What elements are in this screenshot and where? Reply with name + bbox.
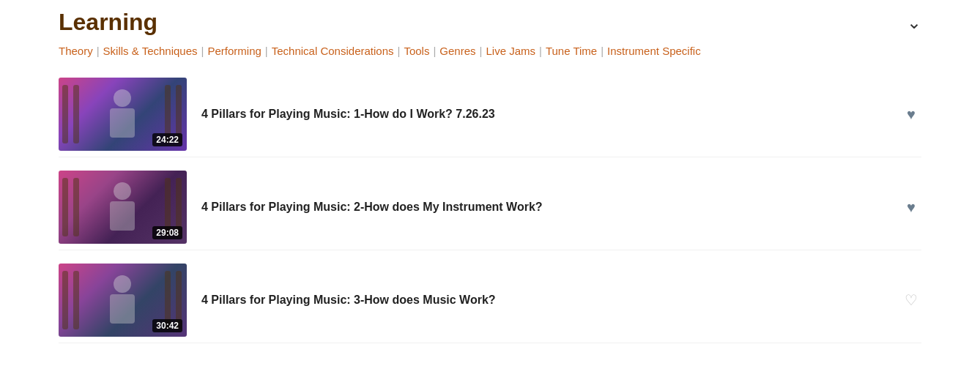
video-title[interactable]: 4 Pillars for Playing Music: 1-How do I … — [201, 108, 886, 121]
nav-separator: | — [265, 45, 268, 57]
svg-rect-15 — [73, 271, 79, 329]
svg-rect-7 — [110, 201, 135, 231]
nav-separator: | — [601, 45, 604, 57]
svg-point-12 — [114, 275, 131, 293]
svg-rect-8 — [62, 178, 68, 236]
nav-separator: | — [201, 45, 204, 57]
duration-badge: 30:42 — [152, 319, 182, 332]
video-thumbnail[interactable]: 24:22 — [59, 78, 187, 151]
nav-item-skills-&-techniques[interactable]: Skills & Techniques — [103, 45, 198, 57]
nav-item-performing[interactable]: Performing — [207, 45, 261, 57]
nav-item-technical-considerations[interactable]: Technical Considerations — [272, 45, 394, 57]
heart-filled-icon[interactable]: ♥ — [901, 197, 921, 217]
nav-item-tools[interactable]: Tools — [404, 45, 429, 57]
nav-item-theory[interactable]: Theory — [59, 45, 93, 57]
nav-separator: | — [398, 45, 401, 57]
video-row: 30:424 Pillars for Playing Music: 3-How … — [59, 258, 921, 343]
nav-item-live-jams[interactable]: Live Jams — [486, 45, 535, 57]
heart-outline-icon[interactable]: ♡ — [901, 290, 921, 310]
nav-separator: | — [97, 45, 100, 57]
nav-bar: Theory | Skills & Techniques | Performin… — [59, 45, 921, 57]
video-title[interactable]: 4 Pillars for Playing Music: 2-How does … — [201, 201, 886, 214]
svg-point-6 — [114, 182, 131, 200]
section-title: Learning — [59, 9, 157, 36]
video-row: 29:084 Pillars for Playing Music: 2-How … — [59, 165, 921, 250]
nav-separator: | — [433, 45, 436, 57]
nav-separator: | — [539, 45, 542, 57]
svg-rect-14 — [62, 271, 68, 329]
heart-filled-icon[interactable]: ♥ — [901, 104, 921, 124]
video-row: 24:224 Pillars for Playing Music: 1-How … — [59, 72, 921, 157]
duration-badge: 29:08 — [152, 226, 182, 239]
svg-rect-3 — [73, 85, 79, 143]
video-title[interactable]: 4 Pillars for Playing Music: 3-How does … — [201, 294, 886, 307]
nav-item-instrument-specific[interactable]: Instrument Specific — [607, 45, 701, 57]
video-thumbnail[interactable]: 29:08 — [59, 171, 187, 244]
nav-separator: | — [480, 45, 483, 57]
collapse-chevron-icon[interactable]: ⌄ — [907, 12, 921, 33]
nav-item-genres[interactable]: Genres — [439, 45, 475, 57]
page-container: Learning ⌄ Theory | Skills & Techniques … — [0, 0, 980, 358]
video-thumbnail[interactable]: 30:42 — [59, 264, 187, 337]
svg-rect-9 — [73, 178, 79, 236]
duration-badge: 24:22 — [152, 133, 182, 146]
nav-item-tune-time[interactable]: Tune Time — [546, 45, 597, 57]
video-list: 24:224 Pillars for Playing Music: 1-How … — [59, 72, 921, 343]
svg-point-0 — [114, 89, 131, 107]
svg-rect-1 — [110, 108, 135, 138]
svg-rect-13 — [110, 294, 135, 324]
svg-rect-2 — [62, 85, 68, 143]
header-row: Learning ⌄ — [59, 9, 921, 36]
